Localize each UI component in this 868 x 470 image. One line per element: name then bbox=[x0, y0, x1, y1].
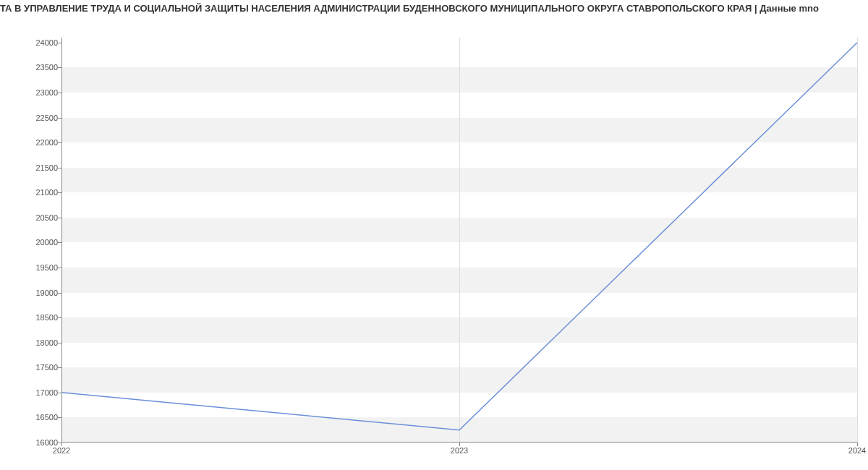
y-tick-mark bbox=[58, 317, 61, 318]
y-tick-label: 16000 bbox=[7, 438, 58, 447]
vertical-gridline bbox=[857, 38, 858, 443]
x-tick-label: 2022 bbox=[53, 446, 70, 455]
y-tick-mark bbox=[58, 367, 61, 368]
page-title: ТА В УПРАВЛЕНИЕ ТРУДА И СОЦИАЛЬНОЙ ЗАЩИТ… bbox=[0, 0, 868, 20]
y-tick-mark bbox=[58, 192, 61, 193]
y-tick-label: 21500 bbox=[7, 163, 58, 172]
y-tick-label: 20000 bbox=[7, 238, 58, 247]
y-tick-mark bbox=[58, 393, 61, 393]
y-tick-label: 21000 bbox=[7, 188, 58, 197]
y-tick-label: 19500 bbox=[7, 263, 58, 272]
y-tick-mark bbox=[58, 118, 61, 119]
y-tick-label: 22000 bbox=[7, 138, 58, 147]
y-tick-mark bbox=[58, 293, 61, 294]
y-tick-mark bbox=[58, 268, 61, 268]
y-tick-label: 22500 bbox=[7, 114, 58, 122]
y-tick-mark bbox=[58, 218, 61, 218]
x-tick-mark bbox=[459, 443, 460, 446]
x-tick-label: 2024 bbox=[848, 446, 866, 455]
y-tick-label: 24000 bbox=[7, 38, 58, 47]
x-tick-mark bbox=[857, 443, 858, 446]
y-tick-label: 17500 bbox=[7, 363, 58, 372]
chart-container: 1600016500170001750018000185001900019500… bbox=[0, 20, 868, 468]
y-tick-label: 16500 bbox=[7, 413, 58, 422]
y-tick-label: 19000 bbox=[7, 289, 58, 297]
y-tick-label: 20500 bbox=[7, 213, 58, 222]
series-line bbox=[61, 43, 857, 430]
x-tick-mark bbox=[61, 443, 62, 446]
x-tick-label: 2023 bbox=[451, 446, 468, 455]
line-layer bbox=[61, 38, 857, 443]
y-axis-line bbox=[61, 38, 62, 443]
y-tick-label: 18000 bbox=[7, 338, 58, 347]
y-tick-label: 23500 bbox=[7, 63, 58, 72]
y-tick-mark bbox=[58, 417, 61, 418]
plot-area bbox=[61, 38, 857, 443]
y-tick-mark bbox=[58, 343, 61, 343]
y-tick-mark bbox=[58, 242, 61, 243]
y-tick-label: 23000 bbox=[7, 88, 58, 97]
y-tick-mark bbox=[58, 93, 61, 93]
y-tick-label: 18500 bbox=[7, 313, 58, 322]
y-tick-mark bbox=[58, 43, 61, 43]
y-tick-mark bbox=[58, 67, 61, 68]
y-tick-label: 17000 bbox=[7, 388, 58, 397]
y-tick-mark bbox=[58, 142, 61, 143]
y-tick-mark bbox=[58, 168, 61, 168]
